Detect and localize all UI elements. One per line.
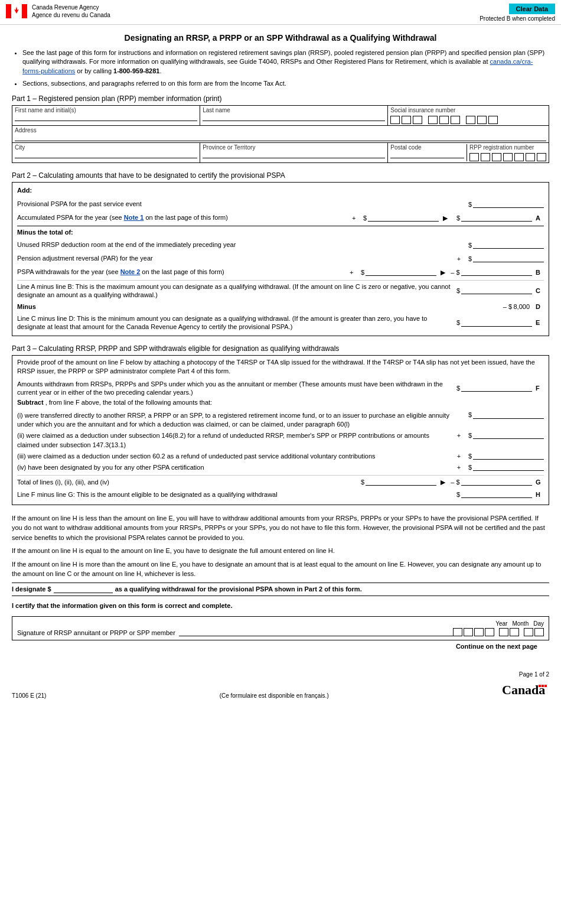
part3-ii-input[interactable] xyxy=(473,431,544,439)
date-box-y1 xyxy=(453,628,462,636)
part2-row-b1: Unused RRSP deduction room at the end of… xyxy=(17,239,544,251)
part2-b-total-input[interactable] xyxy=(461,268,532,276)
intro-bullet-2: Sections, subsections, and paragraphs re… xyxy=(22,79,549,88)
part2-b3-input[interactable] xyxy=(366,268,436,276)
designate-amount-input[interactable] xyxy=(54,585,113,593)
part3-sub-iv: (iv) have been designated by you for any… xyxy=(17,463,544,472)
city-input[interactable] xyxy=(15,151,197,158)
part3-sub-iii: (iii) were claimed as a deduction under … xyxy=(17,452,544,461)
sin-box-2 xyxy=(402,116,411,124)
first-name-label: First name and initial(s) xyxy=(15,107,197,113)
part3-iii-input[interactable] xyxy=(473,452,544,460)
first-name-input[interactable] xyxy=(15,113,197,121)
part3-h-input[interactable] xyxy=(461,490,532,498)
part2-row-c: Line A minus line B: This is the maximum… xyxy=(17,280,544,300)
part2-a2-input[interactable] xyxy=(368,214,439,222)
sin-box-6 xyxy=(451,116,460,124)
protected-label: Protected B when completed xyxy=(480,15,555,22)
sin-box-3 xyxy=(413,116,422,124)
part2-add-label-row: Add: xyxy=(17,185,544,197)
continue-text: Continue on the next page xyxy=(12,643,549,650)
last-name-input[interactable] xyxy=(203,113,385,121)
rpp-box-3 xyxy=(492,153,501,161)
part1-heading: Part 1 – Registered pension plan (RPP) m… xyxy=(12,95,549,103)
date-box-y2 xyxy=(464,628,473,636)
logo-area: Canada Revenue Agency Agence du revenu d… xyxy=(6,4,110,19)
date-box-d1 xyxy=(524,628,533,636)
canada-wordmark-icon: Canada xyxy=(502,680,549,698)
part2-b1-input[interactable] xyxy=(473,241,544,249)
fixed-8000-value: 8,000 xyxy=(513,303,530,310)
part2-a-total-input[interactable] xyxy=(461,214,532,222)
svg-rect-6 xyxy=(542,685,544,687)
part2-e-input[interactable] xyxy=(461,319,532,327)
last-name-label: Last name xyxy=(203,107,385,113)
svg-rect-0 xyxy=(6,4,11,18)
sin-box-8 xyxy=(477,116,487,124)
part2-minus-total-row: Minus the total of: xyxy=(17,226,544,237)
svg-rect-5 xyxy=(539,685,541,687)
part3-box: Provide proof of the amount on line F be… xyxy=(12,355,549,505)
french-note: (Ce formulaire est disponible en françai… xyxy=(220,692,329,699)
part2-b2-input[interactable] xyxy=(473,255,544,262)
date-box-y3 xyxy=(474,628,484,636)
date-labels-row: Year Month Day xyxy=(17,620,544,627)
note-h-less-e: If the amount on line H is less than the… xyxy=(12,513,549,543)
note-h-more-e: If the amount on line H is more than the… xyxy=(12,559,549,579)
rpp-boxes xyxy=(469,153,546,161)
sin-label: Social insurance number xyxy=(390,107,546,113)
sin-box-7 xyxy=(466,116,475,124)
note-h-equal-e: If the amount on line H is equal to the … xyxy=(12,546,549,556)
date-box-m1 xyxy=(499,628,508,636)
signature-area: Year Month Day Signature of RRSP annuita… xyxy=(12,616,549,640)
address-label: Address xyxy=(15,127,546,134)
rpp-box-1 xyxy=(469,153,479,161)
part3-i-input[interactable] xyxy=(473,411,544,419)
part3-sub-i: (i) were transferred directly to another… xyxy=(17,411,544,430)
part2-a1-input[interactable] xyxy=(473,200,544,208)
part3-iv-input[interactable] xyxy=(473,463,544,471)
part2-box: Add: Provisional PSPA for the past servi… xyxy=(12,182,549,336)
postal-input[interactable] xyxy=(390,151,464,158)
page-footer: T1006 E (21) (Ce formulaire est disponib… xyxy=(0,666,561,701)
part3-g-sub-input[interactable] xyxy=(366,478,436,486)
date-box-y4 xyxy=(485,628,494,636)
province-label: Province or Territory xyxy=(203,144,385,151)
date-box-d2 xyxy=(534,628,544,636)
rpp-label: RPP registration number xyxy=(469,144,546,151)
part2-row-a1: Provisional PSPA for the past service ev… xyxy=(17,199,544,210)
part3-row-h: Line F minus line G: This is the amount … xyxy=(17,489,544,500)
intro-bullet-1: See the last page of this form for instr… xyxy=(22,48,549,76)
part3-row-f: Amounts withdrawn from RRSPs, PRPPs and … xyxy=(17,380,544,397)
province-input[interactable] xyxy=(203,151,385,158)
part3-f-input[interactable] xyxy=(461,384,532,392)
part3-row-g: Total of lines (i), (ii), (iii), and (iv… xyxy=(17,475,544,487)
main-content: Designating an RRSP, a PRPP or an SPP Wi… xyxy=(0,25,561,661)
signature-input[interactable] xyxy=(179,629,453,636)
note2-link[interactable]: Note 2 xyxy=(120,268,141,275)
part3-intro-text: Provide proof of the amount on line F be… xyxy=(17,358,544,376)
note1-link[interactable]: Note 1 xyxy=(124,214,144,221)
part2-row-d: Minus – $ 8,000 D xyxy=(17,301,544,313)
agency-text: Canada Revenue Agency Agence du revenu d… xyxy=(32,4,110,19)
sig-label: Signature of RRSP annuitant or PRPP or S… xyxy=(17,629,175,636)
sin-box-1 xyxy=(390,116,400,124)
part2-heading: Part 2 – Calculating amounts that have t… xyxy=(12,171,549,180)
svg-text:Canada: Canada xyxy=(502,682,545,697)
postal-label: Postal code xyxy=(390,144,464,151)
part3-g-input[interactable] xyxy=(461,478,532,486)
header-right: Clear Data Protected B when completed xyxy=(480,4,555,22)
sin-box-5 xyxy=(439,116,449,124)
date-box-m2 xyxy=(510,628,519,636)
part2-c-input[interactable] xyxy=(461,287,532,294)
part1-table: First name and initial(s) Last name Soci… xyxy=(12,105,549,163)
address-input[interactable] xyxy=(15,134,546,141)
sin-boxes xyxy=(390,116,546,124)
canada-flag-icon xyxy=(6,4,27,18)
phone-number: 1-800-959-8281 xyxy=(113,67,159,74)
city-label: City xyxy=(15,144,197,151)
clear-data-button[interactable]: Clear Data xyxy=(509,4,555,14)
part2-row-e: Line C minus line D: This is the minimum… xyxy=(17,314,544,331)
part3-sub-ii: (ii) were claimed as a deduction under s… xyxy=(17,431,544,450)
date-boxes xyxy=(453,628,544,636)
